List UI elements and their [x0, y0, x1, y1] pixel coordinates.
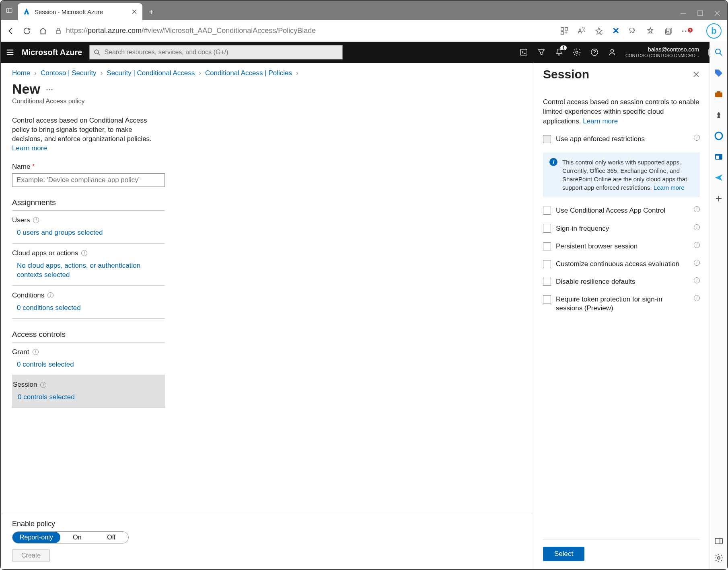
checkbox[interactable]: [543, 242, 551, 250]
tab-actions-icon[interactable]: [6, 7, 13, 14]
checkbox[interactable]: [543, 295, 551, 303]
tab-close-icon[interactable]: [131, 8, 138, 15]
plus-sb-icon[interactable]: [714, 194, 724, 203]
access-controls-heading: Access controls: [12, 330, 165, 342]
chk-app-enforced[interactable]: Use app enforced restrictions i: [543, 135, 700, 144]
cloud-apps-item[interactable]: Cloud apps or actionsi No cloud apps, ac…: [12, 244, 165, 286]
bell-badge: 1: [560, 45, 567, 50]
chk-token-protection[interactable]: Require token protection for sign-in ses…: [543, 295, 700, 313]
account-info[interactable]: balas@contoso.com CONTOSO (CONTOSO.ONMIC…: [625, 46, 699, 58]
read-aloud-icon[interactable]: A)): [578, 26, 586, 35]
info-icon[interactable]: i: [694, 206, 700, 212]
send-sb-icon[interactable]: [714, 173, 724, 182]
checkbox[interactable]: [543, 225, 551, 233]
breadcrumb-3[interactable]: Conditional Access | Policies: [205, 69, 292, 77]
grant-item[interactable]: Granti 0 controls selected: [12, 342, 165, 375]
azure-search-input[interactable]: [104, 49, 338, 56]
settings-sb-icon[interactable]: [714, 553, 724, 563]
learn-more-link[interactable]: Learn more: [12, 144, 47, 152]
select-button[interactable]: Select: [543, 547, 584, 561]
conditions-item[interactable]: Conditionsi 0 conditions selected: [12, 286, 165, 319]
chess-sb-icon[interactable]: [714, 110, 724, 120]
chk-signin-freq[interactable]: Sign-in frequency i: [543, 224, 700, 233]
svg-rect-24: [715, 92, 722, 97]
info-icon[interactable]: i: [694, 242, 700, 248]
svg-rect-31: [715, 538, 722, 544]
feedback-icon[interactable]: [608, 48, 617, 57]
back-icon[interactable]: [6, 27, 15, 35]
menu-icon[interactable]: [6, 48, 14, 57]
breadcrumb-home[interactable]: Home: [12, 69, 30, 77]
cloudshell-icon[interactable]: [519, 48, 528, 57]
browser-tab[interactable]: Session - Microsoft Azure: [18, 3, 142, 20]
toggle-report-only[interactable]: Report-only: [12, 532, 60, 543]
more-icon[interactable]: ⋯1: [681, 26, 695, 36]
outlook-sb-icon[interactable]: [714, 152, 724, 162]
checkbox[interactable]: [543, 278, 551, 286]
office-sb-icon[interactable]: [714, 131, 724, 141]
extension-puzzle-icon[interactable]: [628, 27, 637, 35]
search-sb-icon[interactable]: [714, 47, 724, 57]
chk-app-control[interactable]: Use Conditional Access App Control i: [543, 206, 700, 215]
chk-continuous-access[interactable]: Customize continuous access evaluation i: [543, 260, 700, 269]
refresh-icon[interactable]: [23, 27, 31, 35]
maximize-icon[interactable]: [697, 10, 704, 17]
info-icon[interactable]: i: [694, 135, 700, 141]
info-icon[interactable]: i: [81, 250, 87, 256]
notifications-button[interactable]: 1: [555, 48, 563, 57]
breadcrumb-2[interactable]: Security | Conditional Access: [107, 69, 195, 77]
close-window-icon[interactable]: [714, 10, 721, 17]
session-learn-more[interactable]: Learn more: [583, 117, 618, 125]
titlebar-left: [1, 1, 16, 20]
info-icon[interactable]: i: [33, 217, 39, 223]
cloud-apps-value[interactable]: No cloud apps, actions, or authenticatio…: [12, 261, 149, 280]
azure-brand[interactable]: Microsoft Azure: [22, 48, 82, 57]
filter-icon[interactable]: [537, 48, 546, 57]
info-icon[interactable]: i: [694, 260, 700, 266]
extension-x-icon[interactable]: ✕: [612, 26, 619, 36]
favorites-list-icon[interactable]: [646, 27, 655, 35]
name-input[interactable]: [12, 173, 165, 187]
minimize-icon[interactable]: [680, 10, 687, 17]
new-tab-button[interactable]: +: [145, 6, 158, 18]
session-item[interactable]: Sessioni 0 controls selected: [12, 375, 165, 408]
session-value[interactable]: 0 controls selected: [13, 393, 150, 402]
info-icon[interactable]: i: [694, 277, 700, 283]
toggle-off[interactable]: Off: [94, 532, 128, 543]
toggle-on[interactable]: On: [60, 532, 95, 543]
home-icon[interactable]: [39, 27, 47, 35]
azure-search[interactable]: [89, 45, 343, 59]
info-icon[interactable]: i: [40, 382, 46, 388]
create-button[interactable]: Create: [12, 549, 50, 562]
panel-sb-icon[interactable]: [714, 536, 724, 546]
extensions-grid-icon[interactable]: [560, 27, 569, 35]
users-item[interactable]: Usersi 0 users and groups selected: [12, 211, 165, 244]
address-bar[interactable]: https://portal.azure.com/#view/Microsoft…: [55, 27, 553, 35]
help-icon[interactable]: [590, 48, 599, 57]
bing-icon[interactable]: b: [706, 23, 722, 39]
favorite-icon[interactable]: [594, 27, 603, 35]
search-icon: [94, 49, 100, 55]
grant-value[interactable]: 0 controls selected: [12, 360, 149, 369]
close-panel-icon[interactable]: [693, 71, 700, 78]
briefcase-sb-icon[interactable]: [714, 89, 724, 99]
intro-text: Control access based on Conditional Acce…: [12, 116, 161, 153]
info-icon[interactable]: i: [694, 295, 700, 301]
infobox-learn-more[interactable]: Learn more: [654, 184, 685, 191]
tag-sb-icon[interactable]: [714, 68, 724, 78]
chk-persistent-browser[interactable]: Persistent browser session i: [543, 242, 700, 251]
collections-icon[interactable]: [664, 27, 672, 35]
users-value[interactable]: 0 users and groups selected: [12, 228, 149, 238]
enable-policy-toggle[interactable]: Report-only On Off: [12, 531, 129, 543]
checkbox[interactable]: [543, 260, 551, 268]
breadcrumb-1[interactable]: Contoso | Security: [41, 69, 97, 77]
checkbox[interactable]: [543, 207, 551, 215]
gear-icon[interactable]: [572, 48, 581, 57]
info-icon[interactable]: i: [694, 224, 700, 230]
info-icon[interactable]: i: [33, 349, 39, 355]
info-icon[interactable]: i: [47, 292, 53, 298]
chk-resilience-defaults[interactable]: Disable resilience defaults i: [543, 277, 700, 286]
title-more-icon[interactable]: ⋯: [46, 85, 53, 94]
checkbox[interactable]: [543, 135, 551, 143]
conditions-value[interactable]: 0 conditions selected: [12, 303, 149, 313]
